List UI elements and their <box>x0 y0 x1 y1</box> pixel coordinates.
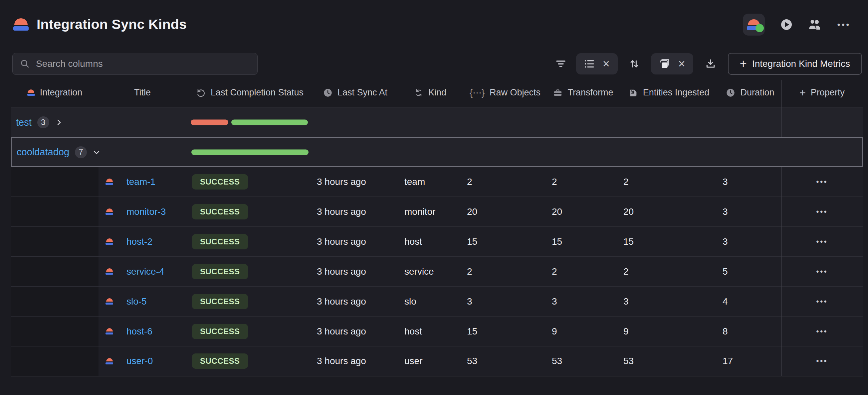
row-title-link[interactable]: team-1 <box>126 176 155 187</box>
row-actions-button[interactable]: ••• <box>816 267 828 276</box>
sort-button[interactable] <box>625 53 644 74</box>
header-actions: ••• <box>743 13 851 36</box>
metrics-button-label: Integration Kind Metrics <box>752 59 850 69</box>
sync-cycle-icon <box>414 88 423 97</box>
download-icon <box>705 59 716 69</box>
group-link[interactable]: test <box>16 117 32 128</box>
play-icon <box>781 19 792 30</box>
column-header-transformed[interactable]: Transforme <box>548 78 619 107</box>
group-count-badge: 3 <box>37 117 49 128</box>
table-row: user-0 SUCCESS 3 hours ago user 53 53 53… <box>11 347 863 376</box>
row-actions-button[interactable]: ••• <box>816 357 828 365</box>
row-title-link[interactable]: service-4 <box>126 266 164 277</box>
column-header-title[interactable]: Title <box>98 78 186 107</box>
table-row: host-2 SUCCESS 3 hours ago host 15 15 15… <box>11 227 863 257</box>
last-sync-cell: 3 hours ago <box>313 197 398 226</box>
org-logo-button[interactable] <box>743 13 765 36</box>
port-logo-icon <box>105 178 113 185</box>
column-header-last-completion-status[interactable]: Last Completion Status <box>186 78 313 107</box>
clear-group-by-icon[interactable]: × <box>678 58 685 70</box>
group-row-test[interactable]: test 3 <box>11 107 863 137</box>
chevron-down-icon[interactable] <box>93 148 100 156</box>
row-actions-button[interactable]: ••• <box>816 327 828 336</box>
column-header-raw-objects[interactable]: {⋯} Raw Objects <box>463 78 548 107</box>
clear-list-icon[interactable]: × <box>603 58 610 70</box>
row-actions-button[interactable]: ••• <box>816 237 828 246</box>
actions-cell: ••• <box>781 167 863 197</box>
column-header-last-sync-at[interactable]: Last Sync At <box>313 78 398 107</box>
row-title-link[interactable]: monitor-3 <box>126 206 166 217</box>
port-logo-online-icon <box>747 19 761 30</box>
duration-cell: 4 <box>719 287 781 316</box>
column-header-entities-ingested[interactable]: Entities Ingested <box>619 78 719 107</box>
toolbar-right: × × + Integration Kind Metrics <box>553 53 862 75</box>
status-badge: SUCCESS <box>192 264 248 279</box>
row-title-link[interactable]: host-6 <box>126 326 152 337</box>
table-row: host-6 SUCCESS 3 hours ago host 15 9 9 8… <box>11 317 863 347</box>
status-bars <box>191 120 308 125</box>
actions-cell: ••• <box>781 347 863 376</box>
status-cell: SUCCESS <box>186 317 313 346</box>
row-title-link[interactable]: user-0 <box>126 356 153 366</box>
row-title-link[interactable]: host-2 <box>126 236 152 247</box>
group-row-cooldatadog[interactable]: cooldatadog 7 <box>11 137 863 167</box>
toolbar: × × + Integration Kind Metrics <box>0 49 868 78</box>
duration-cell: 3 <box>719 167 781 197</box>
port-logo-icon <box>105 358 113 364</box>
kind-cell: user <box>398 347 463 376</box>
actions-cell: ••• <box>781 197 863 226</box>
port-logo-icon <box>105 298 113 304</box>
status-bars <box>191 149 309 155</box>
table-row: monitor-3 SUCCESS 3 hours ago monitor 20… <box>11 197 863 227</box>
raw-objects-cell: 2 <box>463 167 548 197</box>
indent-cell <box>11 197 98 226</box>
entities-ingested-cell: 53 <box>619 347 719 376</box>
status-bar-success <box>191 149 309 155</box>
duration-cell: 3 <box>719 197 781 226</box>
play-button[interactable] <box>781 19 792 30</box>
port-logo-icon <box>13 18 29 31</box>
transformed-cell: 2 <box>548 257 619 286</box>
group-by-chip[interactable]: × <box>651 53 693 74</box>
view-list-chip[interactable]: × <box>576 53 618 74</box>
indent-cell <box>11 167 98 197</box>
transformed-cell: 20 <box>548 197 619 226</box>
layers-icon <box>659 58 670 69</box>
raw-objects-cell: 2 <box>463 257 548 286</box>
kind-cell: service <box>398 257 463 286</box>
search-box[interactable] <box>12 53 258 75</box>
clock-icon <box>726 88 735 97</box>
more-options-button[interactable]: ••• <box>837 20 851 29</box>
plus-icon: + <box>800 88 806 98</box>
status-cell: SUCCESS <box>186 257 313 286</box>
column-header-kind[interactable]: Kind <box>398 78 463 107</box>
indent-cell <box>11 347 98 376</box>
status-badge: SUCCESS <box>192 204 248 220</box>
row-actions-button[interactable]: ••• <box>816 207 828 216</box>
search-input[interactable] <box>36 59 250 69</box>
status-badge: SUCCESS <box>192 294 248 309</box>
group-count-badge: 7 <box>75 146 87 158</box>
group-link[interactable]: cooldatadog <box>17 146 69 158</box>
column-header-duration[interactable]: Duration <box>719 78 781 107</box>
chevron-right-icon[interactable] <box>55 119 63 126</box>
row-actions-button[interactable]: ••• <box>816 177 828 186</box>
row-actions-button[interactable]: ••• <box>816 297 828 306</box>
transformed-cell: 53 <box>548 347 619 376</box>
title-cell: service-4 <box>98 257 186 286</box>
transformed-cell: 2 <box>548 167 619 197</box>
status-badge: SUCCESS <box>192 174 248 190</box>
search-icon <box>20 59 30 69</box>
add-integration-kind-metrics-button[interactable]: + Integration Kind Metrics <box>728 53 862 75</box>
transformed-cell: 9 <box>548 317 619 346</box>
row-title-link[interactable]: slo-5 <box>126 296 147 307</box>
download-button[interactable] <box>701 53 720 74</box>
entities-ingested-cell: 3 <box>619 287 719 316</box>
title-cell: monitor-3 <box>98 197 186 226</box>
column-header-integration[interactable]: Integration <box>11 78 98 107</box>
add-property-button[interactable]: + Property <box>781 78 863 107</box>
entities-ingested-cell: 2 <box>619 167 719 197</box>
status-bar-failure <box>191 120 228 125</box>
users-button[interactable] <box>808 19 822 30</box>
filter-button[interactable] <box>553 53 569 74</box>
